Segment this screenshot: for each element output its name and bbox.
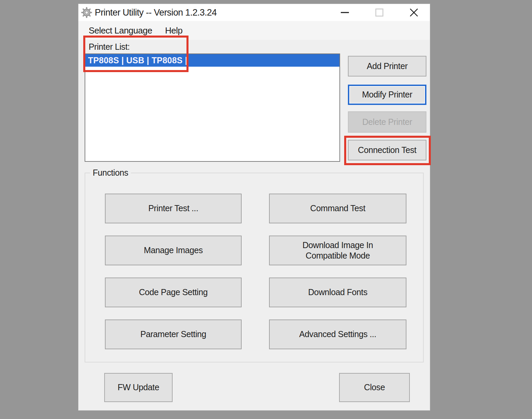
connection-test-button[interactable]: Connection Test [348, 140, 426, 160]
gear-icon [81, 7, 92, 18]
printer-utility-window: Printer Utility -- Version 1.2.3.24 Sele… [79, 4, 430, 410]
printer-listbox[interactable]: TP808S | USB | TP808S | [85, 53, 340, 162]
printer-test-button[interactable]: Printer Test ... [105, 194, 242, 223]
menu-help[interactable]: Help [165, 25, 182, 36]
close-button[interactable]: Close [339, 373, 410, 402]
delete-printer-button: Delete Printer [348, 111, 426, 133]
download-image-compatible-button[interactable]: Download Image In Compatible Mode [269, 236, 406, 265]
manage-images-button[interactable]: Manage Images [105, 236, 242, 265]
menu-select-language[interactable]: Select Language [89, 25, 152, 36]
command-test-button[interactable]: Command Test [269, 194, 406, 223]
parameter-setting-button[interactable]: Parameter Setting [105, 319, 242, 349]
printer-list-item-selected[interactable]: TP808S | USB | TP808S | [85, 54, 339, 67]
advanced-settings-button[interactable]: Advanced Settings ... [269, 319, 406, 349]
download-fonts-button[interactable]: Download Fonts [269, 278, 406, 307]
window-title: Printer Utility -- Version 1.2.3.24 [95, 4, 217, 21]
close-icon [410, 8, 418, 17]
menubar: Select Language Help [79, 21, 430, 40]
code-page-setting-button[interactable]: Code Page Setting [105, 278, 242, 307]
maximize-icon [375, 8, 383, 17]
minimize-icon [340, 12, 349, 14]
fw-update-button[interactable]: FW Update [104, 373, 173, 402]
close-window-button[interactable] [404, 4, 424, 21]
modify-printer-button[interactable]: Modify Printer [348, 85, 426, 105]
titlebar: Printer Utility -- Version 1.2.3.24 [79, 4, 430, 21]
functions-group-label: Functions [90, 168, 131, 178]
add-printer-button[interactable]: Add Printer [348, 56, 426, 76]
maximize-button[interactable] [370, 4, 389, 21]
minimize-button[interactable] [335, 4, 355, 21]
printer-list-label: Printer List: [89, 42, 130, 52]
